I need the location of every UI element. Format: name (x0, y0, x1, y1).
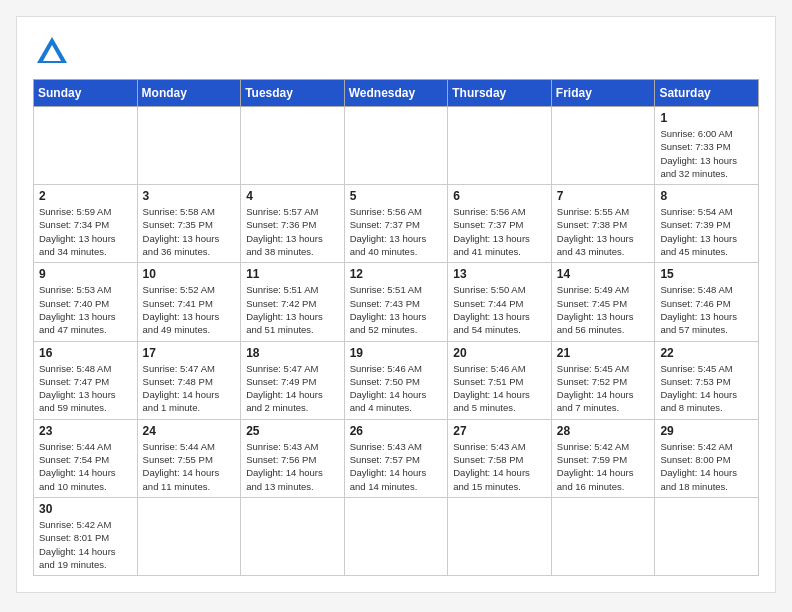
day-cell (448, 497, 552, 575)
day-number: 4 (246, 189, 339, 203)
day-cell: 29Sunrise: 5:42 AM Sunset: 8:00 PM Dayli… (655, 419, 759, 497)
day-info: Sunrise: 5:48 AM Sunset: 7:47 PM Dayligh… (39, 362, 132, 415)
day-cell: 18Sunrise: 5:47 AM Sunset: 7:49 PM Dayli… (241, 341, 345, 419)
logo-icon (33, 33, 71, 71)
day-cell: 1Sunrise: 6:00 AM Sunset: 7:33 PM Daylig… (655, 107, 759, 185)
day-cell: 24Sunrise: 5:44 AM Sunset: 7:55 PM Dayli… (137, 419, 241, 497)
day-number: 3 (143, 189, 236, 203)
day-cell: 10Sunrise: 5:52 AM Sunset: 7:41 PM Dayli… (137, 263, 241, 341)
day-info: Sunrise: 5:45 AM Sunset: 7:52 PM Dayligh… (557, 362, 650, 415)
day-number: 22 (660, 346, 753, 360)
day-info: Sunrise: 5:42 AM Sunset: 7:59 PM Dayligh… (557, 440, 650, 493)
day-cell: 16Sunrise: 5:48 AM Sunset: 7:47 PM Dayli… (34, 341, 138, 419)
day-cell: 13Sunrise: 5:50 AM Sunset: 7:44 PM Dayli… (448, 263, 552, 341)
weekday-header-friday: Friday (551, 80, 655, 107)
logo (33, 33, 75, 71)
day-cell: 12Sunrise: 5:51 AM Sunset: 7:43 PM Dayli… (344, 263, 448, 341)
weekday-header-sunday: Sunday (34, 80, 138, 107)
day-cell: 21Sunrise: 5:45 AM Sunset: 7:52 PM Dayli… (551, 341, 655, 419)
day-number: 30 (39, 502, 132, 516)
day-cell: 11Sunrise: 5:51 AM Sunset: 7:42 PM Dayli… (241, 263, 345, 341)
week-row-6: 30Sunrise: 5:42 AM Sunset: 8:01 PM Dayli… (34, 497, 759, 575)
day-cell (551, 497, 655, 575)
day-number: 1 (660, 111, 753, 125)
day-number: 9 (39, 267, 132, 281)
day-info: Sunrise: 5:51 AM Sunset: 7:42 PM Dayligh… (246, 283, 339, 336)
page: SundayMondayTuesdayWednesdayThursdayFrid… (16, 16, 776, 593)
day-cell (34, 107, 138, 185)
weekday-header-tuesday: Tuesday (241, 80, 345, 107)
day-info: Sunrise: 5:47 AM Sunset: 7:49 PM Dayligh… (246, 362, 339, 415)
day-cell: 7Sunrise: 5:55 AM Sunset: 7:38 PM Daylig… (551, 185, 655, 263)
day-info: Sunrise: 5:59 AM Sunset: 7:34 PM Dayligh… (39, 205, 132, 258)
day-cell (551, 107, 655, 185)
day-info: Sunrise: 5:42 AM Sunset: 8:01 PM Dayligh… (39, 518, 132, 571)
day-info: Sunrise: 5:50 AM Sunset: 7:44 PM Dayligh… (453, 283, 546, 336)
day-number: 13 (453, 267, 546, 281)
day-number: 10 (143, 267, 236, 281)
day-cell (344, 497, 448, 575)
day-number: 28 (557, 424, 650, 438)
day-number: 16 (39, 346, 132, 360)
day-info: Sunrise: 5:47 AM Sunset: 7:48 PM Dayligh… (143, 362, 236, 415)
day-cell (448, 107, 552, 185)
day-info: Sunrise: 5:45 AM Sunset: 7:53 PM Dayligh… (660, 362, 753, 415)
day-cell (655, 497, 759, 575)
day-info: Sunrise: 6:00 AM Sunset: 7:33 PM Dayligh… (660, 127, 753, 180)
day-number: 15 (660, 267, 753, 281)
day-number: 17 (143, 346, 236, 360)
weekday-header-saturday: Saturday (655, 80, 759, 107)
day-number: 21 (557, 346, 650, 360)
day-cell (137, 107, 241, 185)
day-cell: 5Sunrise: 5:56 AM Sunset: 7:37 PM Daylig… (344, 185, 448, 263)
day-info: Sunrise: 5:53 AM Sunset: 7:40 PM Dayligh… (39, 283, 132, 336)
weekday-header-row: SundayMondayTuesdayWednesdayThursdayFrid… (34, 80, 759, 107)
week-row-2: 2Sunrise: 5:59 AM Sunset: 7:34 PM Daylig… (34, 185, 759, 263)
week-row-3: 9Sunrise: 5:53 AM Sunset: 7:40 PM Daylig… (34, 263, 759, 341)
week-row-5: 23Sunrise: 5:44 AM Sunset: 7:54 PM Dayli… (34, 419, 759, 497)
day-info: Sunrise: 5:56 AM Sunset: 7:37 PM Dayligh… (453, 205, 546, 258)
day-info: Sunrise: 5:55 AM Sunset: 7:38 PM Dayligh… (557, 205, 650, 258)
day-cell: 4Sunrise: 5:57 AM Sunset: 7:36 PM Daylig… (241, 185, 345, 263)
week-row-4: 16Sunrise: 5:48 AM Sunset: 7:47 PM Dayli… (34, 341, 759, 419)
day-cell: 3Sunrise: 5:58 AM Sunset: 7:35 PM Daylig… (137, 185, 241, 263)
day-number: 25 (246, 424, 339, 438)
day-number: 18 (246, 346, 339, 360)
day-cell: 26Sunrise: 5:43 AM Sunset: 7:57 PM Dayli… (344, 419, 448, 497)
logo-svg (33, 33, 71, 71)
day-cell: 23Sunrise: 5:44 AM Sunset: 7:54 PM Dayli… (34, 419, 138, 497)
calendar-header: SundayMondayTuesdayWednesdayThursdayFrid… (34, 80, 759, 107)
week-row-1: 1Sunrise: 6:00 AM Sunset: 7:33 PM Daylig… (34, 107, 759, 185)
day-info: Sunrise: 5:56 AM Sunset: 7:37 PM Dayligh… (350, 205, 443, 258)
day-info: Sunrise: 5:46 AM Sunset: 7:51 PM Dayligh… (453, 362, 546, 415)
day-number: 24 (143, 424, 236, 438)
day-number: 19 (350, 346, 443, 360)
day-cell: 28Sunrise: 5:42 AM Sunset: 7:59 PM Dayli… (551, 419, 655, 497)
calendar-body: 1Sunrise: 6:00 AM Sunset: 7:33 PM Daylig… (34, 107, 759, 576)
calendar-table: SundayMondayTuesdayWednesdayThursdayFrid… (33, 79, 759, 576)
day-number: 27 (453, 424, 546, 438)
day-number: 23 (39, 424, 132, 438)
day-number: 14 (557, 267, 650, 281)
day-info: Sunrise: 5:44 AM Sunset: 7:55 PM Dayligh… (143, 440, 236, 493)
day-cell: 2Sunrise: 5:59 AM Sunset: 7:34 PM Daylig… (34, 185, 138, 263)
day-cell: 19Sunrise: 5:46 AM Sunset: 7:50 PM Dayli… (344, 341, 448, 419)
day-number: 8 (660, 189, 753, 203)
weekday-header-thursday: Thursday (448, 80, 552, 107)
day-info: Sunrise: 5:43 AM Sunset: 7:56 PM Dayligh… (246, 440, 339, 493)
day-cell: 14Sunrise: 5:49 AM Sunset: 7:45 PM Dayli… (551, 263, 655, 341)
day-cell (137, 497, 241, 575)
day-cell: 25Sunrise: 5:43 AM Sunset: 7:56 PM Dayli… (241, 419, 345, 497)
day-info: Sunrise: 5:54 AM Sunset: 7:39 PM Dayligh… (660, 205, 753, 258)
day-cell: 20Sunrise: 5:46 AM Sunset: 7:51 PM Dayli… (448, 341, 552, 419)
day-info: Sunrise: 5:58 AM Sunset: 7:35 PM Dayligh… (143, 205, 236, 258)
day-info: Sunrise: 5:49 AM Sunset: 7:45 PM Dayligh… (557, 283, 650, 336)
day-info: Sunrise: 5:52 AM Sunset: 7:41 PM Dayligh… (143, 283, 236, 336)
day-cell: 27Sunrise: 5:43 AM Sunset: 7:58 PM Dayli… (448, 419, 552, 497)
day-number: 12 (350, 267, 443, 281)
header (33, 33, 759, 71)
day-info: Sunrise: 5:51 AM Sunset: 7:43 PM Dayligh… (350, 283, 443, 336)
day-cell: 30Sunrise: 5:42 AM Sunset: 8:01 PM Dayli… (34, 497, 138, 575)
day-number: 2 (39, 189, 132, 203)
day-info: Sunrise: 5:57 AM Sunset: 7:36 PM Dayligh… (246, 205, 339, 258)
